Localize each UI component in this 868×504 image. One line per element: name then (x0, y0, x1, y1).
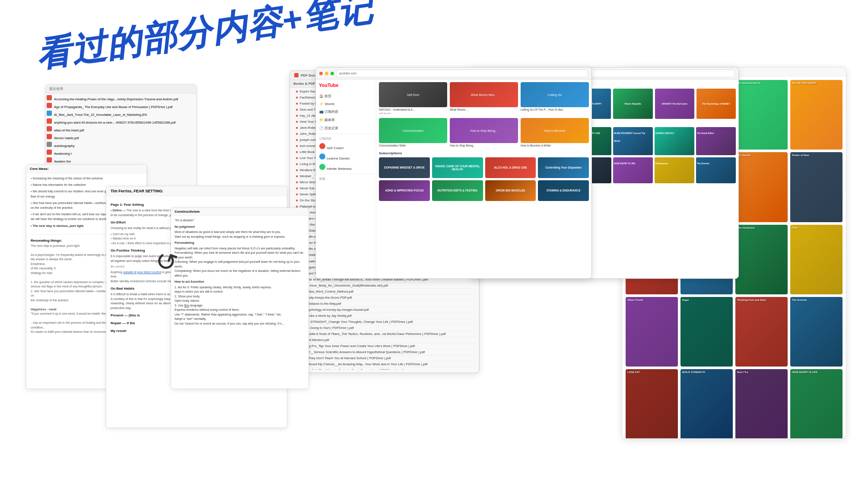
yt-book-cover2[interactable]: DARING GREATLY (655, 127, 694, 155)
book-cover[interactable]: The Doomer (790, 297, 843, 367)
yt-sidebar-item-subscriptions[interactable]: 📺 订阅内容 (318, 108, 374, 115)
book-cover[interactable]: The Second Secret (735, 80, 788, 150)
pdf-item: ■ The Subtle A Tools of Titans_The Tacti… (293, 331, 476, 337)
pdf-item: ■ Write to Sell_The Ultimate Guide to Gr… (293, 367, 476, 370)
book-cover[interactable]: Thinking Fast and Slow (735, 297, 788, 367)
yt-book-cover3[interactable]: The Doomer (696, 157, 736, 183)
minimize-button[interactable] (325, 72, 328, 75)
yt-logo-left: YouTube (319, 83, 338, 88)
list-item: Accessing-the-Healing-Power-of-the-Vagu.… (47, 94, 195, 102)
yt-video-card[interactable]: ADHD & IMPROVING FOCUS (379, 180, 430, 201)
book-cover[interactable]: Power of Now (790, 152, 843, 222)
yt-sidebar-label: 媒体库 (324, 118, 335, 122)
book-cover[interactable]: BUILD STRENGTH (680, 369, 733, 439)
cover-title: Plato's Republic (625, 102, 642, 105)
yt-sidebar-item-shorts[interactable]: ⚡ Shorts (318, 101, 374, 107)
book-cover[interactable]: HOW SHORT IS LIFE (790, 369, 843, 439)
yt-sidebar-item-history[interactable]: 🕐 历史记录 (318, 124, 374, 132)
browser-toolbar: youtube.com (316, 67, 591, 80)
url-bar[interactable]: youtube.com (336, 70, 588, 77)
constructivism-title: Constructivism (175, 210, 200, 214)
pdf-item: ■ What If__Serious Scientific Answers to… (293, 349, 476, 355)
yt-video-card[interactable]: NUTRITION DIETS & FASTING (432, 180, 483, 201)
book-cover[interactable]: LOSE FAT (626, 369, 678, 439)
yt-book-cover[interactable]: Plato's Republic (613, 89, 652, 119)
main-container: 看过的部分内容+笔记 Core Ideas: • Increasing the … (0, 0, 868, 504)
book-cover[interactable]: Don't Try (735, 369, 788, 439)
yt-video-card[interactable]: ALCO HOL & DRUG USE (485, 157, 536, 178)
file-list-header: 最近使用 (46, 85, 196, 93)
yt-video-card[interactable]: Self Doct Self Doct - Understand & A...s… (379, 82, 447, 115)
cover-title: The Doomer (697, 162, 709, 165)
pdf-item: ■ Tribe-of-Mentors.pdf (293, 337, 476, 343)
list-item: AI_flies_Jack_Trout-The_22_Immutable_Law… (47, 110, 195, 118)
pdf-item: ■ The-Obstacle-Is-the-Way.pdf (293, 301, 476, 307)
yt-sidebar-item-leanne[interactable]: Leanne Davies (318, 152, 374, 162)
pdf-item: ■ The_Silva_Mind_Control_Method.pdf (293, 289, 476, 295)
close-button[interactable] (319, 72, 323, 75)
yt-video-card[interactable]: How to Become How to Become a Writer (521, 118, 589, 147)
list-item: anything-you-want-40-lessons-for-a-new-.… (47, 118, 195, 125)
title-line1: 看过的部分内容+笔记 (34, 0, 375, 74)
yt-sidebar-label: 订阅内容 (324, 110, 338, 114)
yt-book-cover2[interactable]: BLIND PESSIMIST Around The World (613, 127, 653, 155)
yt-video-card[interactable]: TAKING CARE OF YOUR MENTAL HEALTH (432, 157, 483, 178)
yt-sidebar-item-home[interactable]: 🏠 首页 (318, 93, 374, 100)
yt-video-card[interactable]: Communication Communication Skills (379, 118, 447, 147)
yt-video-card[interactable]: Controlling Your Dopamine (538, 157, 589, 178)
yt-thumb-title: How to Become (543, 128, 566, 134)
notes-doc-title: Tim Ferriss, FEAR SETTING: (106, 186, 287, 196)
list-item: autobiography (47, 141, 195, 149)
yt-channel-label: Leanne Davies (327, 156, 350, 160)
yt-video-card[interactable]: STAMINA & ENDURANCE (538, 180, 589, 201)
yt-thumb-title: What Moves Men... (470, 92, 498, 98)
list-item: Awakening t (47, 149, 195, 156)
yt-thumb-title: ADHD & IMPROVING FOCUS (384, 188, 424, 193)
book-cover[interactable]: Viktor Frankl (626, 297, 678, 367)
yt-video-info: How to Stop Being... (450, 144, 518, 147)
yt-thumb-title: GROW BIG MUSCLES (495, 188, 526, 193)
yt-video-card[interactable]: DOPAMINE MINDSET & DRIVE (379, 157, 430, 178)
yt-thumb-title: ALCO HOL & DRUG USE (493, 165, 528, 170)
no-judgement-title: No judgement (175, 225, 305, 230)
book-cover[interactable]: The Secret (735, 152, 788, 222)
cover-title: GROKKIT The End Game (661, 102, 687, 105)
core-idea-2: Nature has information for the collectiv… (32, 183, 86, 186)
yt-explore-header: 探索 (318, 176, 374, 182)
cover-title: The Numb Effect (697, 132, 714, 134)
yt-thumb-title: Communication (401, 128, 425, 134)
yt-book-cover3[interactable]: Kaffeepause (655, 157, 694, 183)
yt-channel-label: Infinite Wellness (327, 167, 352, 171)
how-to-act-assertive-title: How to act Assertive (175, 280, 305, 284)
pdf-item: ■ Think Like a Monk by Jay Shetty.pdf (293, 313, 476, 319)
url-text: youtube.com (339, 72, 356, 75)
yt-book-cover3[interactable]: HOW SHORT IS LIFE (613, 157, 653, 183)
core-idea-6: The next step is obvious, pure light. (32, 224, 84, 227)
youtube-browser-left: youtube.com YouTube 🏠 首页 ⚡ Shorts 📺 订阅内容… (315, 67, 592, 279)
yt-subscriptions-header: Subscriptions (379, 151, 589, 155)
yt-video-info: What Moves ... (450, 108, 518, 112)
cover-title: Kaffeepause (655, 162, 668, 165)
list-item: atlas-of-the-heart.pdf (47, 125, 195, 133)
maximize-button[interactable] (331, 72, 334, 75)
yt-video-card[interactable]: What Moves Men... What Moves ... (450, 82, 518, 115)
book-cover[interactable]: Ikigai (680, 297, 733, 367)
book-cover[interactable]: Flow (790, 225, 843, 294)
yt-video-card[interactable]: How to Stop Being... How to Stop Being..… (450, 118, 518, 147)
yt-sidebar-item-selfcoach[interactable]: Self Coach (318, 142, 374, 151)
book-cover[interactable]: SOLVE FOR HAPPY (790, 80, 843, 150)
yt-sidebar-label: 历史记录 (324, 126, 338, 130)
yt-book-cover[interactable]: GROKKIT The End Game (655, 89, 694, 119)
personalizing-title: Personalizing (175, 241, 305, 246)
yt-sidebar-item-library[interactable]: 📁 媒体库 (318, 116, 374, 124)
yt-video-card[interactable]: Letting Go Letting Go Of The P... How To… (521, 82, 589, 115)
yt-sidebar-item-infinite[interactable]: Infinite Wellness (318, 163, 374, 172)
yt-book-cover[interactable]: The Psychology of MONEY (696, 89, 736, 119)
yt-book-cover2[interactable]: The Numb Effect (696, 127, 736, 155)
yt-video-card[interactable]: GROW BIG MUSCLES (485, 180, 536, 201)
pdf-item: ■ This Is Going to Hurt ( PDFDrive ).pdf (293, 325, 476, 331)
yt-video-info: Letting Go Of The P... How To Bec (521, 108, 589, 112)
yt-thumb-title: TAKING CARE OF YOUR MENTAL HEALTH (432, 164, 483, 172)
book-cover[interactable]: The Alchemist (735, 225, 788, 294)
pdf-item: ■ The_4-Hour_Body_An_Uncommon_Guid(8free… (293, 283, 476, 289)
